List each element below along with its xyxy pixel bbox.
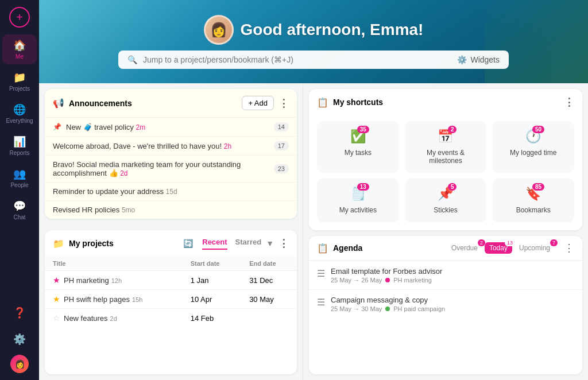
announcement-item-2[interactable]: Bravo! Social media marketing team for y… [45,155,297,182]
announcement-item-3[interactable]: Reminder to update your address 15d [45,182,297,200]
sidebar-item-people[interactable]: 👥 People [2,163,37,193]
logged-time-icon: 🕐 50 [525,129,541,144]
shortcut-label: My tasks [345,149,372,157]
col-end: End date [241,257,297,271]
shortcut-stickies[interactable]: 📌 5 Stickies [405,179,487,222]
sidebar-item-reports[interactable]: 📊 Reports [2,131,37,161]
project-row-2[interactable]: ☆New features2d 14 Feb [45,309,297,328]
project-dot [385,278,390,282]
sidebar-item-label: Everything [6,118,33,124]
agenda-header: 📋 Agenda Overdue 2 Today 13 Upcoming [309,236,582,261]
left-panel: 📢 Announcements + Add ⋮ 📌 New 🧳 travel p… [39,83,303,380]
agenda-item-0[interactable]: ☰ Email template for Forbes advisor 25 M… [309,261,582,289]
agenda-more-button[interactable]: ⋮ [564,242,574,254]
logged-time-badge: 50 [532,126,544,133]
project-dot [385,307,390,311]
announcements-title: Announcements [69,99,237,108]
tab-recent[interactable]: Recent [202,238,227,250]
reports-icon: 📊 [13,135,26,148]
shortcuts-card: 📋 My shortcuts ⋮ ✅ 35 My tasks 📅 [309,89,582,230]
sidebar-item-label: Me [16,53,24,60]
announcement-item-4[interactable]: Revised HR policies 5mo [45,200,297,219]
user-avatar[interactable]: 👩 [10,355,29,373]
search-bar: 🔍 ⚙️ Widgets [118,51,509,69]
announcements-header: 📢 Announcements + Add ⋮ [45,89,297,117]
agenda-item-title: Email template for Forbes advisor [331,267,574,276]
overdue-badge: 2 [478,239,485,246]
sidebar-item-chat[interactable]: 💬 Chat [2,195,37,225]
star-icon: ☆ [53,313,60,323]
sidebar-item-me[interactable]: 🏠 Me [2,34,37,64]
sidebar-item-everything[interactable]: 🌐 Everything [2,99,37,129]
projects-folder-icon: 📁 [53,238,64,249]
announcement-item-1[interactable]: Welcome abroad, Dave - we're thrilled to… [45,136,297,155]
right-panel: 📋 My shortcuts ⋮ ✅ 35 My tasks 📅 [303,83,588,380]
agenda-tabs: Overdue 2 Today 13 Upcoming 7 [447,242,555,254]
events-icon: 📅 2 [438,129,453,144]
projects-header: 📁 My projects 🔄 Recent Starred ▼ ⋮ [45,230,297,257]
agenda-tab-today[interactable]: Today 13 [485,242,512,254]
filter-button[interactable]: ▼ [266,239,274,248]
ann-count-1: 17 [274,141,289,150]
agenda-icon: 📋 [317,243,328,254]
tasks-badge: 35 [357,126,369,133]
activities-badge: 13 [357,183,369,191]
sidebar: + 🏠 Me 📁 Projects 🌐 Everything 📊 Reports… [0,0,39,380]
shortcut-label: Bookmarks [516,206,551,214]
help-icon: ❓ [13,307,26,319]
projects-title: My projects [69,239,179,248]
projects-card: 📁 My projects 🔄 Recent Starred ▼ ⋮ Title… [45,230,297,374]
hero-overlay [485,0,588,83]
stickies-icon: 📌 5 [438,187,453,201]
today-badge: 13 [505,239,515,246]
hero-section: 👩 Good afternoon, Emma! 🔍 ⚙️ Widgets [39,0,588,83]
main-content: 👩 Good afternoon, Emma! 🔍 ⚙️ Widgets 📢 A… [39,0,588,380]
shortcut-bookmarks[interactable]: 🔖 85 Bookmarks [492,179,574,222]
announcements-more-button[interactable]: ⋮ [278,97,289,110]
sidebar-item-projects[interactable]: 📁 Projects [2,67,37,96]
shortcut-events[interactable]: 📅 2 My events & milestones [405,121,487,173]
tab-starred[interactable]: Starred [235,238,262,250]
announcement-item-0[interactable]: 📌 New 🧳 travel policy 2m 14 [45,117,297,136]
search-input[interactable] [143,55,451,64]
projects-icon: 📁 [13,71,26,84]
activities-icon: 🗒️ 13 [350,187,366,201]
shortcuts-more-button[interactable]: ⋮ [564,96,574,108]
add-button[interactable]: + [9,7,30,28]
agenda-item-1[interactable]: ☰ Campaign messaging & copy 25 May → 30 … [309,289,582,318]
agenda-tab-upcoming[interactable]: Upcoming 7 [514,242,555,254]
agenda-item-icon: ☰ [317,297,325,308]
ann-count-2: 23 [274,164,289,173]
widgets-button[interactable]: ⚙️ Widgets [457,55,500,64]
home-icon: 🏠 [13,39,26,52]
shortcuts-title: My shortcuts [333,98,559,107]
sidebar-item-label: Reports [9,150,29,156]
shortcut-my-tasks[interactable]: ✅ 35 My tasks [317,121,399,173]
sidebar-item-settings[interactable]: ⚙️ [2,328,37,350]
agenda-tab-overdue[interactable]: Overdue 2 [447,242,482,254]
projects-table: Title Start date End date ★PH marketing1… [45,257,297,327]
content-area: 📢 Announcements + Add ⋮ 📌 New 🧳 travel p… [39,83,588,380]
shortcuts-header: 📋 My shortcuts ⋮ [309,89,582,115]
gear-icon: ⚙️ [457,55,467,64]
sidebar-item-label: People [10,182,28,188]
project-row-1[interactable]: ★PH swift help pages15h 10 Apr 30 May [45,290,297,309]
pin-icon: 📌 [53,123,61,131]
ann-count-0: 14 [274,122,289,131]
shortcuts-icon: 📋 [317,97,328,108]
project-row-0[interactable]: ★PH marketing12h 1 Jan 31 Dec [45,271,297,290]
shortcut-activities[interactable]: 🗒️ 13 My activities [317,179,399,222]
projects-more-button[interactable]: ⋮ [278,237,289,250]
refresh-button[interactable]: 🔄 [183,239,193,248]
col-start: Start date [183,257,241,271]
agenda-card: 📋 Agenda Overdue 2 Today 13 Upcoming [309,236,582,374]
shortcut-logged-time[interactable]: 🕐 50 My logged time [492,121,574,173]
agenda-item-meta: 25 May → 26 May PH marketing [331,277,574,284]
shortcut-label: Stickies [434,206,457,214]
announcements-add-button[interactable]: + Add [242,96,274,110]
shortcuts-grid: ✅ 35 My tasks 📅 2 My events & milestones [309,115,582,230]
sidebar-item-help[interactable]: ❓ [2,302,37,324]
agenda-item-icon: ☰ [317,268,325,279]
bookmarks-icon: 🔖 85 [525,187,541,201]
upcoming-badge: 7 [550,239,558,246]
